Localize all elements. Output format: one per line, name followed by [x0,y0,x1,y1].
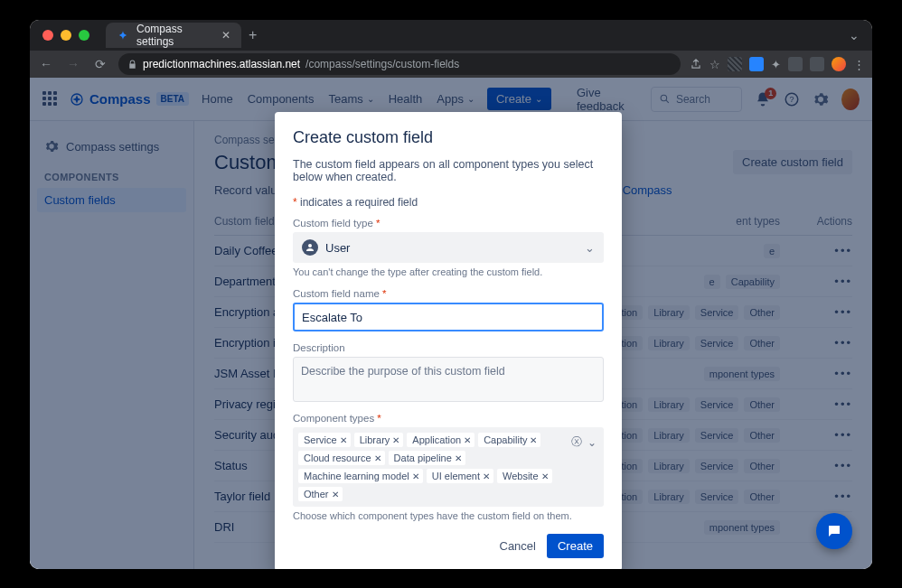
titlebar: Compass settings ✕ + ⌄ [30,20,872,51]
extension-icon-3[interactable] [810,57,824,71]
extension-icon[interactable] [728,57,742,71]
remove-tag-icon[interactable]: ✕ [374,453,381,463]
tab-title: Compass settings [136,23,214,48]
field-type-select[interactable]: User ⌄ [293,232,604,263]
component-types-multiselect[interactable]: Service✕Library✕Application✕Capability✕C… [293,427,604,507]
selected-type-tag: Capability✕ [478,433,540,447]
selected-type-tag: Data pipeline✕ [389,451,465,465]
window-controls [42,30,89,41]
profile-avatar-icon[interactable] [832,57,846,71]
field-name-label: Custom field name * [293,288,604,299]
create-custom-field-dialog: Create custom field The custom field app… [275,112,622,569]
user-icon [302,239,318,256]
field-type-hint: You can't change the type after creating… [293,266,604,277]
url-path: /compass/settings/custom-fields [305,58,459,70]
component-types-hint: Choose which component types have the cu… [293,510,604,521]
remove-tag-icon[interactable]: ✕ [483,471,490,481]
star-icon[interactable]: ☆ [709,58,720,71]
remove-tag-icon[interactable]: ✕ [392,435,399,445]
field-name-input[interactable] [293,303,604,331]
app-viewport: Compass BETA Home Components Teams ⌄ Hea… [30,78,872,569]
atlassian-extension-icon[interactable] [749,57,764,71]
share-icon[interactable] [690,58,702,70]
maximize-window-button[interactable] [79,30,89,41]
remove-tag-icon[interactable]: ✕ [455,453,462,463]
help-fab[interactable] [816,513,852,549]
selected-type-tag: Application✕ [407,433,474,447]
chevron-down-icon[interactable]: ⌄ [849,28,865,42]
remove-tag-icon[interactable]: ✕ [530,435,537,445]
remove-tag-icon[interactable]: ✕ [541,471,549,481]
clear-all-icon[interactable]: ⓧ [571,434,582,450]
remove-tag-icon[interactable]: ✕ [412,471,419,481]
minimize-window-button[interactable] [61,30,71,41]
browser-tab[interactable]: Compass settings ✕ [106,23,241,48]
new-tab-button[interactable]: + [249,27,257,43]
selected-type-tag: UI element✕ [427,469,493,483]
toolbar-right: ☆ ✦ ⋮ [690,57,865,71]
field-type-value: User [325,241,350,255]
remove-tag-icon[interactable]: ✕ [464,435,471,445]
close-window-button[interactable] [42,30,53,41]
reload-icon[interactable]: ⟳ [91,57,109,71]
description-textarea[interactable]: Describe the purpose of this custom fiel… [293,357,604,402]
chevron-down-icon: ⌄ [585,241,595,255]
address-bar: ← → ⟳ predictionmachines.atlassian.net/c… [30,51,872,78]
selected-type-tag: Other✕ [298,487,343,501]
url-input[interactable]: predictionmachines.atlassian.net/compass… [118,53,681,75]
lock-icon [127,60,137,70]
browser-window: Compass settings ✕ + ⌄ ← → ⟳ predictionm… [30,20,872,569]
back-icon[interactable]: ← [37,57,55,71]
field-type-label: Custom field type * [293,218,604,229]
required-note: * indicates a required field [293,196,604,209]
extension-icon-2[interactable] [788,57,803,71]
create-submit-button[interactable]: Create [547,534,604,558]
chevron-down-icon[interactable]: ⌄ [587,436,597,449]
selected-type-tag: Machine learning model✕ [298,469,423,483]
selected-type-tag: Website✕ [497,469,552,483]
url-host: predictionmachines.atlassian.net [143,58,300,70]
favicon-icon [117,29,129,42]
selected-type-tag: Service✕ [298,433,351,447]
selected-type-tag: Cloud resource✕ [298,451,385,465]
dialog-subtitle: The custom field appears on all componen… [293,158,604,183]
cancel-button[interactable]: Cancel [500,539,536,553]
remove-tag-icon[interactable]: ✕ [340,435,347,445]
dialog-title: Create custom field [293,128,604,147]
close-tab-icon[interactable]: ✕ [221,29,230,42]
kebab-menu-icon[interactable]: ⋮ [853,58,865,71]
forward-icon[interactable]: → [64,57,82,71]
selected-type-tag: Library✕ [354,433,404,447]
remove-tag-icon[interactable]: ✕ [332,490,339,499]
extensions-icon[interactable]: ✦ [771,58,781,71]
description-label: Description [293,342,604,353]
component-types-label: Component types * [293,413,604,424]
